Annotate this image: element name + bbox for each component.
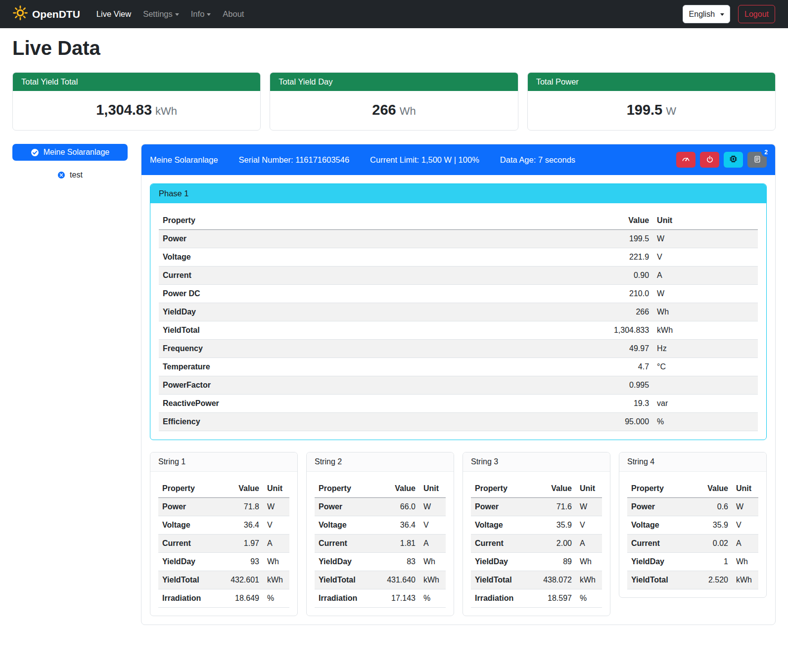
speedometer-icon <box>682 155 690 165</box>
col-unit: Unit <box>576 480 602 498</box>
string-table-body: Power71.6WVoltage35.9VCurrent2.00AYieldD… <box>471 498 602 608</box>
col-property: Property <box>627 480 688 498</box>
unit-cell: A <box>419 535 446 553</box>
inverter-label: Meine Solaranlage <box>44 148 109 157</box>
value-cell: 35.9 <box>688 516 732 535</box>
unit-cell: % <box>263 589 289 608</box>
phase-table-row: ReactivePower19.3var <box>159 395 758 413</box>
strings-row: String 1 Property Value Unit Power71.8WV… <box>150 452 767 616</box>
string-table-row: YieldTotal2.520kWh <box>627 571 758 589</box>
value-cell: 89 <box>531 553 576 571</box>
string-table-row: YieldDay93Wh <box>158 553 289 571</box>
summary-value: 266 <box>372 102 396 118</box>
unit-cell: W <box>419 498 446 516</box>
string-card-title: String 1 <box>150 452 297 472</box>
property-cell: YieldTotal <box>471 571 531 589</box>
string-table-body: Power0.6WVoltage35.9VCurrent0.02AYieldDa… <box>627 498 758 589</box>
phase-card: Phase 1 Property Value Unit Power199.5WV… <box>150 183 767 440</box>
value-cell: 1 <box>688 553 732 571</box>
limit-settings-button[interactable] <box>676 152 695 168</box>
sidebar-inverter-meine-solaranlage[interactable]: Meine Solaranlage <box>12 144 128 161</box>
value-cell: 199.5 <box>569 230 653 248</box>
col-property: Property <box>158 480 219 498</box>
unit-cell: Wh <box>653 303 758 321</box>
nav-item-settings[interactable]: Settings <box>138 5 185 23</box>
inverter-toolbar: 2 <box>676 152 767 168</box>
phase-table-row: Power199.5W <box>159 230 758 248</box>
summary-unit: Wh <box>400 105 416 117</box>
phase-table-row: Frequency49.97Hz <box>159 340 758 358</box>
string-table-row: YieldDay1Wh <box>627 553 758 571</box>
event-log-button[interactable]: 2 <box>747 152 767 168</box>
language-select-value: English <box>689 10 715 19</box>
language-select[interactable]: English <box>683 5 730 23</box>
unit-cell: Wh <box>263 553 289 571</box>
col-value: Value <box>531 480 576 498</box>
col-value: Value <box>375 480 419 498</box>
unit-cell: kWh <box>419 571 446 589</box>
value-cell: 71.8 <box>219 498 263 516</box>
device-info-button[interactable] <box>724 152 743 168</box>
logout-button[interactable]: Logout <box>738 5 775 23</box>
value-cell: 93 <box>219 553 263 571</box>
unit-cell: kWh <box>576 571 602 589</box>
value-cell: 210.0 <box>569 285 653 303</box>
col-unit: Unit <box>263 480 289 498</box>
value-cell: 2.00 <box>531 535 576 553</box>
value-cell: 36.4 <box>375 516 419 535</box>
inverter-label: test <box>70 171 83 179</box>
value-cell: 0.02 <box>688 535 732 553</box>
property-cell: PowerFactor <box>159 376 569 395</box>
unit-cell: Hz <box>653 340 758 358</box>
string-table-row: Voltage36.4V <box>158 516 289 535</box>
property-cell: Power <box>159 230 569 248</box>
phase-table-row: Current0.90A <box>159 267 758 285</box>
phase-table-row: YieldDay266Wh <box>159 303 758 321</box>
string-card: String 4 Property Value Unit Power0.6WVo… <box>619 452 767 598</box>
phase-table-body: Power199.5WVoltage221.9VCurrent0.90APowe… <box>159 230 758 431</box>
col-unit: Unit <box>419 480 446 498</box>
nav-item-about[interactable]: About <box>217 5 249 23</box>
property-cell: Voltage <box>158 516 219 535</box>
unit-cell: Wh <box>732 553 758 571</box>
sidebar-inverter-test[interactable]: test <box>51 167 89 183</box>
value-cell: 36.4 <box>219 516 263 535</box>
unit-cell: W <box>653 230 758 248</box>
col-property: Property <box>471 480 531 498</box>
property-cell: Current <box>159 267 569 285</box>
value-cell: 4.7 <box>569 358 653 376</box>
inverter-panel-header: Meine Solaranlage Serial Number: 1161716… <box>141 144 775 175</box>
string-table-row: Irradiation17.143% <box>315 589 446 608</box>
unit-cell: A <box>576 535 602 553</box>
property-cell: Irradiation <box>158 589 219 608</box>
string-card-title: String 4 <box>619 452 766 472</box>
nav-item-live-view[interactable]: Live View <box>91 5 137 23</box>
inverter-current-limit: Current Limit: 1,500 W | 100% <box>370 155 479 165</box>
property-cell: Voltage <box>471 516 531 535</box>
inverter-serial-number: Serial Number: 116171603546 <box>239 155 350 165</box>
power-button[interactable] <box>700 152 719 168</box>
summary-unit: W <box>666 105 676 117</box>
unit-cell: A <box>653 267 758 285</box>
unit-cell: V <box>263 516 289 535</box>
col-unit: Unit <box>653 212 758 230</box>
value-cell: 0.6 <box>688 498 732 516</box>
value-cell: 431.640 <box>375 571 419 589</box>
value-cell: 2.520 <box>688 571 732 589</box>
string-table: Property Value Unit Power71.6WVoltage35.… <box>471 480 602 608</box>
navbar-right: English Logout <box>683 5 775 23</box>
unit-cell: V <box>576 516 602 535</box>
unit-cell: W <box>653 285 758 303</box>
value-cell: 0.995 <box>569 376 653 395</box>
nav-item-info[interactable]: Info <box>185 5 217 23</box>
phase-table-row: Voltage221.9V <box>159 248 758 267</box>
property-cell: Current <box>158 535 219 553</box>
inverter-data-age: Data Age: 7 seconds <box>500 155 575 165</box>
phase-table-row: Efficiency95.000% <box>159 413 758 431</box>
brand[interactable]: OpenDTU <box>13 5 80 23</box>
inverter-name: Meine Solaranlage <box>150 155 218 165</box>
unit-cell: V <box>653 248 758 267</box>
property-cell: YieldDay <box>627 553 688 571</box>
property-cell: YieldTotal <box>627 571 688 589</box>
power-icon <box>706 155 714 165</box>
